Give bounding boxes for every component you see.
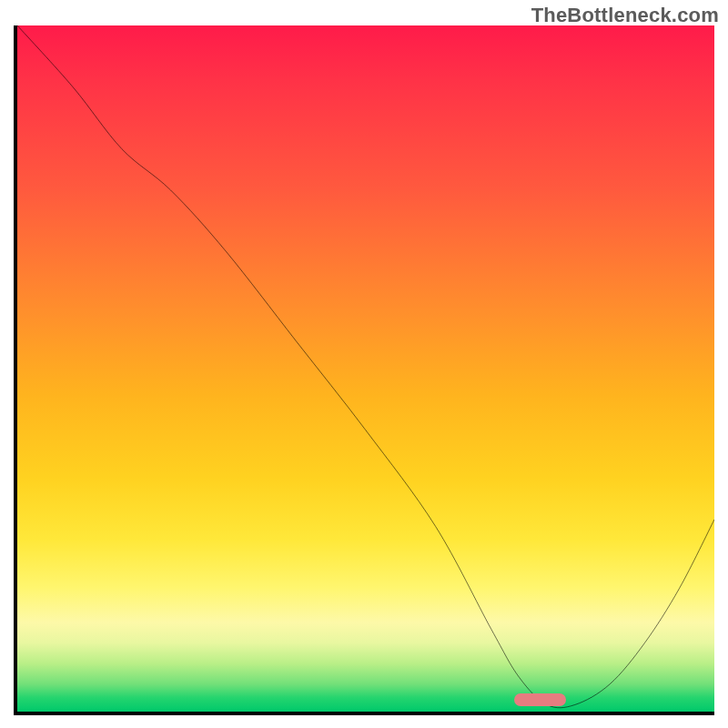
plot-area [17,25,714,712]
plot-axes-frame [14,25,714,715]
chart-container: TheBottleneck.com [0,0,728,728]
watermark-text: TheBottleneck.com [531,4,719,27]
curve-svg [17,25,714,712]
salmon-marker [514,693,566,706]
curve-line [17,25,714,708]
